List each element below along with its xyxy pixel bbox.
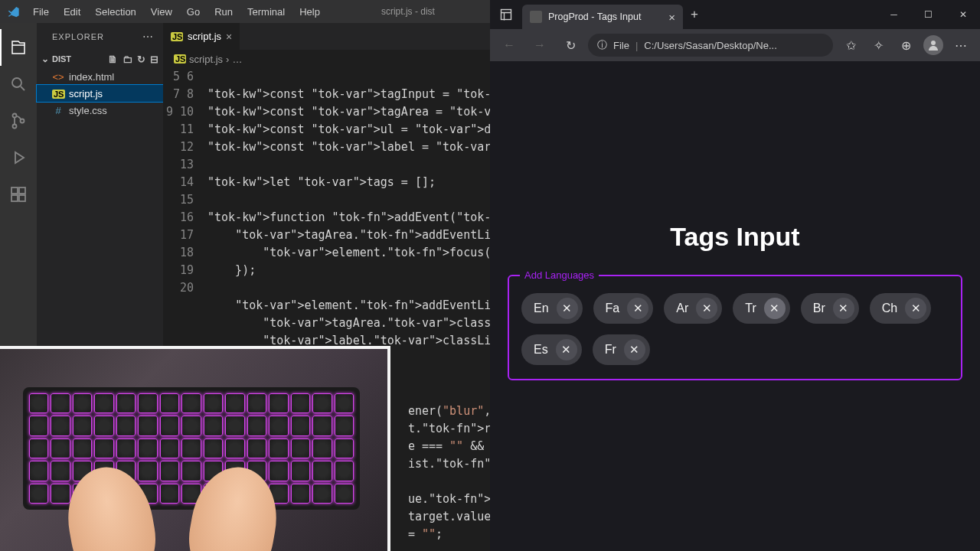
explorer-icon[interactable]	[0, 29, 37, 66]
svg-point-1	[13, 114, 17, 118]
minimize-icon[interactable]: ─	[877, 2, 911, 27]
tag-remove-icon[interactable]: ✕	[557, 298, 578, 319]
folder-header[interactable]: ⌄ DIST 🗎 🗀 ↻ ⊟	[37, 50, 163, 68]
svg-rect-6	[11, 195, 18, 201]
tag-remove-icon[interactable]: ✕	[696, 298, 717, 319]
close-icon[interactable]: ×	[668, 11, 675, 24]
close-icon[interactable]: ×	[226, 31, 232, 43]
menu-edit[interactable]: Edit	[57, 3, 87, 21]
vscode-window: FileEditSelectionViewGoRunTerminalHelp s…	[0, 0, 490, 551]
file-item[interactable]: #style.css	[37, 102, 163, 119]
file-item[interactable]: JSscript.js	[37, 85, 163, 102]
favorite-icon[interactable]: ✩	[838, 34, 864, 57]
file-item[interactable]: <>index.html	[37, 68, 163, 85]
menu-run[interactable]: Run	[208, 3, 239, 21]
tag-area[interactable]: Add Languages En✕Fa✕Ar✕Tr✕Br✕Ch✕Es✕Fr✕	[508, 275, 962, 380]
menu-selection[interactable]: Selection	[89, 3, 142, 21]
url-input[interactable]: ⓘ File | C:/Users/Sasan/Desktop/Ne...	[588, 34, 833, 57]
js-icon: JS	[171, 32, 183, 41]
tag-remove-icon[interactable]: ✕	[764, 298, 786, 319]
new-folder-icon[interactable]: 🗀	[122, 54, 132, 65]
vscode-menubar: FileEditSelectionViewGoRunTerminalHelp	[27, 3, 326, 21]
url-path: C:/Users/Sasan/Desktop/Ne...	[644, 40, 776, 51]
svg-rect-7	[19, 195, 25, 201]
vscode-logo-icon	[0, 5, 27, 18]
editor-tab[interactable]: JS script.js ×	[163, 23, 240, 50]
svg-point-9	[931, 41, 936, 45]
new-tab-button[interactable]: +	[683, 7, 706, 22]
js-icon: JS	[52, 88, 64, 99]
tag-label: Fa	[606, 302, 620, 315]
explorer-more-icon[interactable]: ⋯	[142, 31, 154, 43]
tag-label: Ch	[882, 302, 897, 315]
breadcrumb[interactable]: JS script.js › …	[163, 50, 490, 68]
tag-label: En	[534, 302, 549, 315]
js-icon: JS	[174, 54, 186, 64]
collapse-icon[interactable]: ⊟	[150, 54, 158, 65]
back-icon[interactable]: ←	[496, 34, 522, 57]
more-icon[interactable]: ⋯	[948, 34, 974, 57]
explorer-title: EXPLORER	[52, 32, 104, 41]
folder-name: DIST	[52, 54, 71, 64]
favorites-bar-icon[interactable]: ✧	[865, 34, 891, 57]
svg-rect-5	[19, 187, 25, 194]
close-icon[interactable]: ✕	[946, 2, 980, 27]
menu-file[interactable]: File	[27, 3, 55, 21]
tag-remove-icon[interactable]: ✕	[627, 298, 648, 319]
tag-remove-icon[interactable]: ✕	[624, 339, 645, 360]
tag-chip: Ch✕	[870, 293, 931, 324]
editor-tabs: JS script.js ×	[163, 23, 490, 50]
tag-chip: Ar✕	[664, 293, 722, 324]
svg-rect-4	[11, 187, 18, 194]
search-icon[interactable]	[0, 66, 37, 103]
page-favicon-icon	[530, 11, 542, 23]
tag-chip: Fr✕	[593, 334, 650, 365]
html-icon: <>	[52, 71, 64, 83]
tag-chip: Fa✕	[593, 293, 654, 324]
maximize-icon[interactable]: ☐	[911, 2, 946, 27]
tag-chip: Tr✕	[733, 293, 790, 324]
page-title: Tags Input	[670, 222, 799, 252]
tag-label: Br	[813, 302, 825, 315]
new-file-icon[interactable]: 🗎	[108, 54, 118, 65]
css-icon: #	[52, 105, 64, 116]
tag-remove-icon[interactable]: ✕	[833, 298, 854, 319]
tag-label: Ar	[676, 302, 688, 315]
browser-tab[interactable]: ProgProd - Tags Input ×	[522, 5, 683, 29]
svg-point-2	[13, 125, 17, 129]
tab-title: ProgProd - Tags Input	[548, 11, 641, 22]
forward-icon[interactable]: →	[527, 34, 553, 57]
refresh-icon[interactable]: ↻	[137, 54, 145, 65]
menu-view[interactable]: View	[145, 3, 178, 21]
tag-chip: Br✕	[801, 293, 859, 324]
tag-label: Fr	[605, 343, 616, 357]
vscode-window-title: script.js - dist	[326, 6, 490, 17]
vscode-titlebar: FileEditSelectionViewGoRunTerminalHelp s…	[0, 0, 490, 23]
debug-icon[interactable]	[0, 139, 37, 176]
menu-go[interactable]: Go	[181, 3, 206, 21]
svg-point-0	[12, 78, 21, 87]
source-control-icon[interactable]	[0, 103, 37, 139]
browser-titlebar: ProgProd - Tags Input × + ─ ☐ ✕	[490, 0, 980, 29]
profile-avatar[interactable]	[920, 34, 946, 57]
chevron-down-icon: ⌄	[41, 54, 49, 64]
tag-label: Tr	[745, 302, 756, 315]
tag-chip: En✕	[521, 293, 583, 324]
tag-chip: Es✕	[521, 334, 582, 365]
collections-icon[interactable]: ⊕	[893, 34, 919, 57]
reload-icon[interactable]: ↻	[557, 34, 583, 57]
menu-help[interactable]: Help	[293, 3, 326, 21]
page-content: Tags Input Add Languages En✕Fa✕Ar✕Tr✕Br✕…	[490, 61, 980, 551]
extensions-icon[interactable]	[0, 176, 37, 213]
menu-terminal[interactable]: Terminal	[241, 3, 291, 21]
folder-actions: 🗎 🗀 ↻ ⊟	[108, 54, 158, 65]
address-bar: ← → ↻ ⓘ File | C:/Users/Sasan/Desktop/Ne…	[490, 29, 980, 61]
info-icon: ⓘ	[597, 38, 607, 52]
tag-area-label: Add Languages	[520, 269, 599, 281]
tag-remove-icon[interactable]: ✕	[556, 339, 577, 360]
browser-window: ProgProd - Tags Input × + ─ ☐ ✕ ← → ↻ ⓘ …	[490, 0, 980, 551]
tab-filename: script.js	[188, 31, 221, 42]
tag-remove-icon[interactable]: ✕	[905, 298, 926, 319]
svg-rect-8	[501, 10, 511, 20]
app-menu-icon[interactable]	[490, 8, 522, 21]
